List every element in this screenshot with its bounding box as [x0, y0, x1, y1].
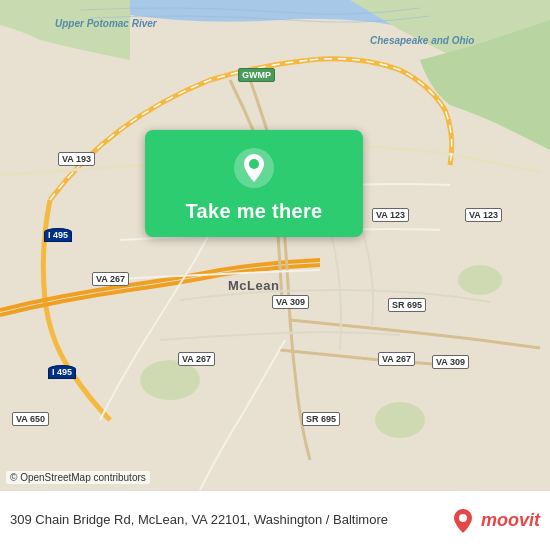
moovit-icon: [449, 507, 477, 535]
city-label-mclean: McLean: [228, 278, 279, 293]
shield-va267-3: VA 267: [378, 352, 415, 366]
shield-va309-2: VA 309: [432, 355, 469, 369]
shield-va267-1: VA 267: [92, 272, 129, 286]
take-me-there-button[interactable]: Take me there: [186, 200, 323, 223]
map-svg: [0, 0, 550, 490]
river-label-chesapeake: Chesapeake and Ohio: [370, 35, 474, 46]
bottom-bar: 309 Chain Bridge Rd, McLean, VA 22101, W…: [0, 490, 550, 550]
river-label-potomac: Upper Potomac River: [55, 18, 157, 29]
shield-va309-1: VA 309: [272, 295, 309, 309]
shield-i495-1: I 495: [44, 228, 72, 242]
shield-va267-2: VA 267: [178, 352, 215, 366]
location-pin-icon: [232, 146, 276, 190]
shield-gwmp: GWMP: [238, 68, 275, 82]
osm-attribution: © OpenStreetMap contributors: [6, 471, 150, 484]
svg-point-5: [249, 159, 259, 169]
action-card: Take me there: [145, 130, 363, 237]
shield-va123-2: VA 123: [465, 208, 502, 222]
svg-point-3: [458, 265, 502, 295]
moovit-brand-text: moovit: [481, 510, 540, 531]
svg-point-2: [375, 402, 425, 438]
svg-point-6: [459, 514, 467, 522]
shield-va650: VA 650: [12, 412, 49, 426]
shield-va123-1: VA 123: [372, 208, 409, 222]
svg-point-1: [140, 360, 200, 400]
shield-sr695-1: SR 695: [388, 298, 426, 312]
address-text: 309 Chain Bridge Rd, McLean, VA 22101, W…: [10, 512, 449, 529]
shield-sr695-2: SR 695: [302, 412, 340, 426]
shield-va193: VA 193: [58, 152, 95, 166]
moovit-logo: moovit: [449, 507, 540, 535]
shield-i495-2: I 495: [48, 365, 76, 379]
map-container: Upper Potomac River Chesapeake and Ohio …: [0, 0, 550, 490]
